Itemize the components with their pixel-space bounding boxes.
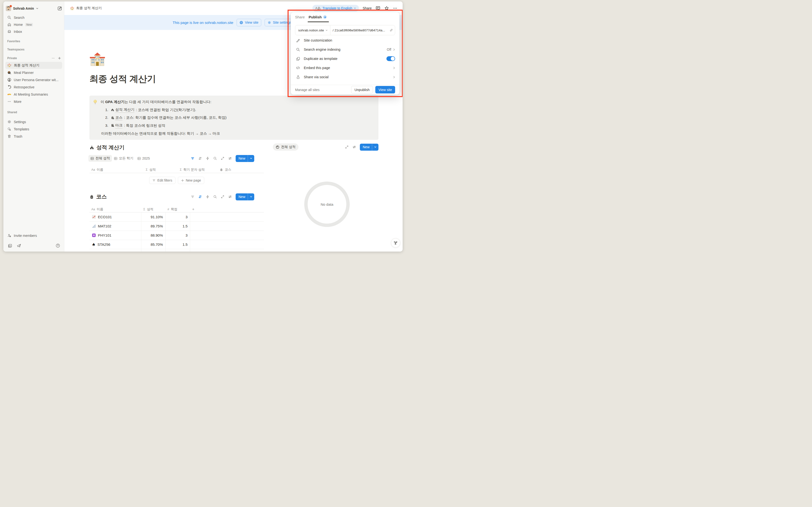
sidebar-item-search[interactable]: Search bbox=[5, 14, 62, 21]
menu-item-embed-this-page[interactable]: Embed this page bbox=[291, 63, 400, 72]
section-label-shared[interactable]: Shared bbox=[7, 111, 17, 114]
tab-publish[interactable]: Publish bbox=[309, 15, 326, 19]
view-tab-2025[interactable]: 2025 bbox=[135, 155, 152, 162]
settings-sliders-icon[interactable] bbox=[228, 157, 232, 160]
credits-cell[interactable]: 1.5 bbox=[165, 222, 190, 231]
menu-item-site-customization[interactable]: Site customization bbox=[291, 36, 400, 45]
filter-icon[interactable] bbox=[191, 195, 195, 199]
sort-icon[interactable] bbox=[198, 157, 202, 160]
column-header-credits[interactable]: #학점 bbox=[165, 206, 190, 212]
workspace-name[interactable]: Sohrab Amin bbox=[13, 6, 34, 10]
search-icon[interactable] bbox=[213, 195, 217, 199]
grade-cell[interactable]: 91.10% bbox=[141, 213, 165, 221]
section-label-teamspaces[interactable]: Teamspaces bbox=[7, 48, 24, 51]
column-header-grade[interactable]: Σ성적 bbox=[144, 167, 178, 173]
search-icon[interactable] bbox=[213, 157, 217, 160]
dots-icon[interactable] bbox=[51, 56, 55, 60]
banner-view-site-button[interactable]: View site bbox=[237, 19, 261, 26]
view-tab-all-grades[interactable]: 전체 성적 bbox=[89, 155, 112, 162]
filter-icon[interactable] bbox=[191, 157, 195, 160]
sidebar-item-user-persona-generator[interactable]: User Persona Generator wit... bbox=[5, 76, 62, 83]
expand-icon[interactable] bbox=[221, 157, 224, 160]
settings-sliders-icon[interactable] bbox=[352, 145, 356, 149]
star-icon[interactable] bbox=[384, 6, 389, 11]
credits-cell[interactable]: 3 bbox=[165, 213, 190, 221]
calendar-icon[interactable] bbox=[8, 243, 12, 248]
unpublish-button[interactable]: Unpublish bbox=[351, 86, 373, 94]
avatar[interactable] bbox=[6, 6, 11, 11]
duplicate-toggle[interactable] bbox=[387, 56, 395, 61]
new-page-button[interactable]: New page bbox=[178, 177, 204, 184]
table-row-sta256[interactable]: ♠ STA256 85.70% 1.5 bbox=[89, 240, 264, 249]
column-header-letter-grade[interactable]: Σ학기 문자 성적 bbox=[178, 167, 218, 173]
page-link[interactable]: 코스 bbox=[111, 115, 122, 121]
sidebar-item-settings[interactable]: Settings bbox=[5, 118, 62, 125]
menu-item-search-engine-indexing[interactable]: Search engine indexing Off bbox=[291, 45, 400, 54]
grade-cell[interactable]: 89.75% bbox=[141, 222, 165, 231]
automation-icon[interactable] bbox=[206, 157, 209, 160]
sort-icon[interactable] bbox=[198, 195, 202, 199]
column-header-name[interactable]: Aa이름 bbox=[89, 206, 141, 212]
translate-pill[interactable]: Aあ Translate to English × bbox=[312, 5, 359, 12]
menu-item-share-via-social[interactable]: Share via social bbox=[291, 72, 400, 81]
expand-icon[interactable] bbox=[345, 145, 349, 149]
invite-members-button[interactable]: Invite members bbox=[5, 232, 62, 239]
sidebar-item-home[interactable]: Home New bbox=[5, 21, 62, 28]
table-row-eco101[interactable]: ECO101 91.10% 3 bbox=[89, 213, 264, 222]
expand-icon[interactable] bbox=[221, 195, 224, 199]
credits-cell[interactable]: 1.5 bbox=[165, 240, 190, 249]
banner-site-settings-button[interactable]: Site settings bbox=[265, 19, 294, 26]
empty-cell[interactable] bbox=[190, 231, 264, 240]
link-icon[interactable] bbox=[388, 28, 395, 32]
page-icon[interactable] bbox=[89, 51, 105, 67]
column-header-name[interactable]: Aa이름 bbox=[89, 167, 144, 173]
domain-select[interactable]: sohrab.notion.site bbox=[295, 29, 330, 32]
add-column-button[interactable]: + bbox=[190, 206, 205, 212]
section-label-favorites[interactable]: Favorites bbox=[7, 40, 20, 43]
table-row-phy101[interactable]: PHY101 88.90% 3 bbox=[89, 231, 264, 240]
sidebar-item-ai-meeting-summaries[interactable]: AI Meeting Summaries bbox=[5, 91, 62, 98]
chevron-down-icon[interactable] bbox=[36, 7, 39, 10]
sidebar-item-retrospective[interactable]: Retrospective bbox=[5, 83, 62, 91]
edit-filters-button[interactable]: Edit filters bbox=[149, 177, 175, 184]
comments-icon[interactable] bbox=[375, 6, 380, 11]
sidebar-item-final-grade-calculator[interactable]: 최종 성적 계산기 bbox=[5, 62, 62, 69]
tab-share[interactable]: Share bbox=[295, 15, 305, 19]
notion-ai-button[interactable] bbox=[391, 238, 400, 247]
table-row-mat102[interactable]: MAT102 89.75% 1.5 bbox=[89, 222, 264, 231]
grades-new-button[interactable]: New bbox=[236, 155, 254, 162]
page-path[interactable]: / 21ca63f696e5806e8077d64714a... bbox=[331, 29, 388, 32]
credits-cell[interactable]: 3 bbox=[165, 231, 190, 240]
sidebar-item-trash[interactable]: Trash bbox=[5, 133, 62, 140]
chevron-down-icon[interactable] bbox=[372, 146, 378, 148]
chart-title-pill[interactable]: 전체 성적 bbox=[273, 144, 298, 151]
sidebar-item-inbox[interactable]: Inbox bbox=[5, 28, 62, 35]
chart-new-button[interactable]: New bbox=[360, 144, 378, 151]
grade-cell[interactable]: 85.70% bbox=[141, 240, 165, 249]
close-icon[interactable]: × bbox=[354, 6, 356, 10]
view-tab-all-terms[interactable]: 모든 학기 bbox=[112, 155, 135, 162]
chevron-down-icon[interactable] bbox=[248, 195, 254, 198]
page-link[interactable]: 마크 bbox=[111, 123, 122, 128]
section-label-private[interactable]: Private bbox=[7, 56, 17, 60]
help-icon[interactable] bbox=[56, 243, 60, 248]
breadcrumb[interactable]: 최종 성적 계산기 bbox=[70, 6, 102, 10]
empty-cell[interactable] bbox=[190, 240, 264, 249]
more-dots-icon[interactable] bbox=[393, 6, 397, 10]
empty-cell[interactable] bbox=[190, 222, 264, 231]
settings-sliders-icon[interactable] bbox=[228, 195, 232, 199]
courses-new-button[interactable]: New bbox=[236, 193, 254, 201]
sidebar-item-meal-planner[interactable]: Meal Planner bbox=[5, 69, 62, 76]
manage-all-sites-link[interactable]: Manage all sites bbox=[295, 88, 319, 92]
sidebar-item-more[interactable]: More bbox=[5, 98, 62, 105]
sidebar-item-templates[interactable]: Templates bbox=[5, 125, 62, 132]
plus-icon[interactable] bbox=[58, 56, 61, 60]
compose-icon[interactable] bbox=[57, 6, 62, 11]
column-header-grade[interactable]: Σ성적 bbox=[141, 206, 165, 212]
empty-cell[interactable] bbox=[190, 213, 264, 221]
automation-icon[interactable] bbox=[206, 195, 209, 199]
view-site-button[interactable]: View site bbox=[375, 86, 395, 94]
share-button[interactable]: Share bbox=[363, 6, 372, 10]
paper-plane-icon[interactable] bbox=[17, 243, 21, 248]
page-link[interactable]: 성적 계산기 bbox=[111, 107, 134, 113]
